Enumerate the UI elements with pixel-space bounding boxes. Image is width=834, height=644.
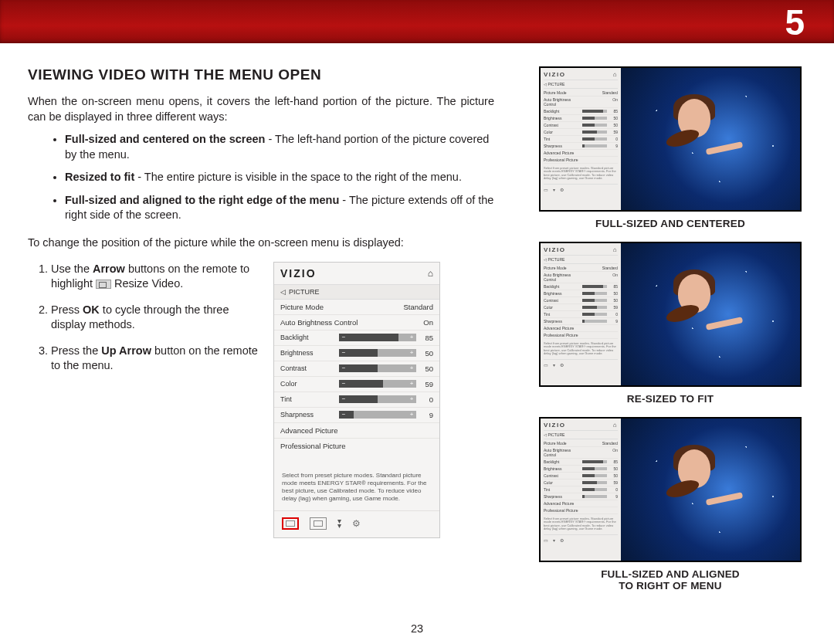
caption-aligned: FULL-SIZED AND ALIGNEDTO RIGHT OF MENU <box>534 568 806 591</box>
step-3: Press the Up Arrow button on the remote … <box>51 344 259 374</box>
row-tint: Tint −+ 0 <box>274 392 439 408</box>
steps-and-menu: Use the Arrow buttons on the remote to h… <box>28 262 494 538</box>
figure-resized: VIZIO⌂ ◁ PICTURE Picture ModeStandardAut… <box>539 242 802 387</box>
back-arrow-icon: ◁ <box>280 288 286 296</box>
row-professional: Professional Picture <box>274 439 439 453</box>
brand-logo: VIZIO <box>280 267 317 280</box>
section-heading: VIEWING VIDEO WITH THE MENU OPEN <box>28 66 494 83</box>
figure-aligned: VIZIO⌂ ◁ PICTURE Picture ModeStandardAut… <box>539 417 802 562</box>
left-column: VIEWING VIDEO WITH THE MENU OPEN When th… <box>28 66 494 604</box>
chapter-number: 5 <box>785 2 805 43</box>
row-backlight: Backlight −+ 85 <box>274 330 439 346</box>
step-1: Use the Arrow buttons on the remote to h… <box>51 262 259 292</box>
gear-icon: ⚙ <box>352 518 361 529</box>
row-picture-mode: Picture Mode Standard <box>274 300 439 315</box>
intro-paragraph: When the on-screen menu opens, it covers… <box>28 94 494 124</box>
steps: Use the Arrow buttons on the remote to h… <box>28 262 259 538</box>
osd-header: VIZIO ⌂ <box>274 263 439 284</box>
caption-resized: RE-SIZED TO FIT <box>534 393 806 405</box>
osd-help-note: Select from preset picture modes. Standa… <box>274 453 439 510</box>
page-number: 23 <box>0 622 834 635</box>
osd-menu-panel: VIZIO ⌂ ◁ PICTURE Picture Mode Standard … <box>273 262 440 538</box>
figure-full-centered: VIZIO⌂ ◁ PICTURE Picture ModeStandardAut… <box>539 66 802 212</box>
resize-video-icon <box>96 280 111 289</box>
wide-mode-icon <box>310 517 327 530</box>
header-bar: 5 <box>0 0 834 43</box>
bullet-list: Full-sized and centered on the screen - … <box>28 132 494 223</box>
osd-breadcrumb: ◁ PICTURE <box>274 284 439 300</box>
video-preview <box>621 419 800 561</box>
video-preview <box>621 68 800 210</box>
steps-list: Use the Arrow buttons on the remote to h… <box>28 262 259 374</box>
row-auto-brightness: Auto Brightness Control On <box>274 315 439 330</box>
page-content: VIEWING VIDEO WITH THE MENU OPEN When th… <box>0 43 834 612</box>
resize-video-icon <box>282 517 299 530</box>
row-contrast: Contrast −+ 50 <box>274 361 439 377</box>
bullet-2: Resized to fit - The entire picture is v… <box>65 170 494 185</box>
row-brightness: Brightness −+ 50 <box>274 346 439 361</box>
row-color: Color −+ 59 <box>274 377 439 392</box>
row-sharpness: Sharpness −+ 9 <box>274 408 439 423</box>
caption-full-centered: FULL-SIZED AND CENTERED <box>534 218 806 229</box>
mini-osd-menu: VIZIO⌂ ◁ PICTURE Picture ModeStandardAut… <box>541 68 621 210</box>
right-column: VIZIO⌂ ◁ PICTURE Picture ModeStandardAut… <box>534 66 806 604</box>
video-preview <box>621 243 800 385</box>
mini-osd-menu: VIZIO⌂ ◁ PICTURE Picture ModeStandardAut… <box>541 243 621 385</box>
bullet-3: Full-sized and aligned to the right edge… <box>65 193 494 223</box>
chevron-stack-icon: ▾▾ <box>337 519 341 528</box>
bullet-1: Full-sized and centered on the screen - … <box>65 132 494 162</box>
row-advanced: Advanced Picture <box>274 423 439 439</box>
step-2: Press OK to cycle through the three disp… <box>51 303 259 333</box>
home-icon: ⌂ <box>428 268 433 279</box>
lead-in-paragraph: To change the position of the picture wh… <box>28 236 494 251</box>
mini-osd-menu: VIZIO⌂ ◁ PICTURE Picture ModeStandardAut… <box>541 419 621 561</box>
osd-footer: ▾▾ ⚙ <box>274 510 439 537</box>
